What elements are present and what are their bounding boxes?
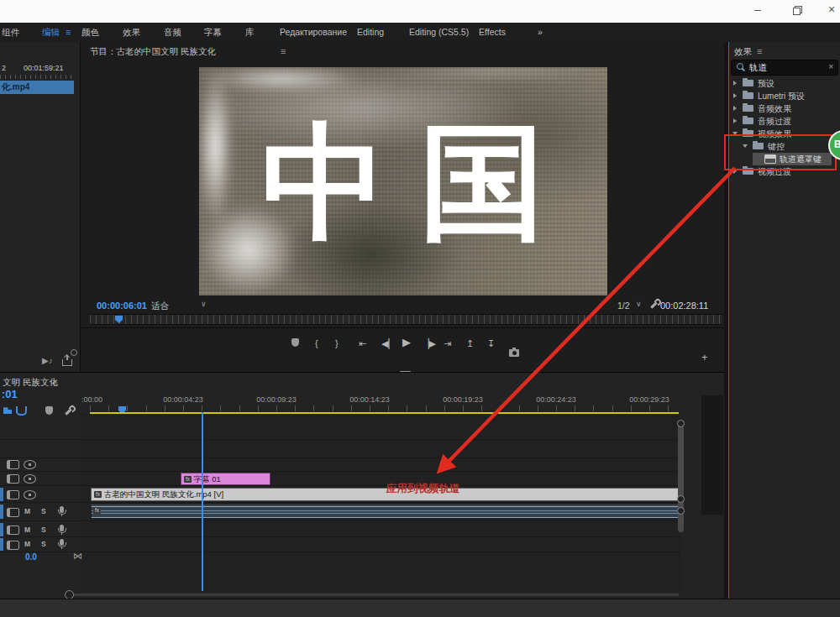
subtitle-clip[interactable]: fx 字幕 01 — [181, 473, 270, 485]
mark-out-icon[interactable]: } — [335, 337, 339, 349]
source-patch-indicator[interactable] — [0, 538, 3, 551]
restore-button-icon[interactable] — [793, 8, 801, 15]
step-back-icon[interactable]: ◀▏ — [381, 337, 396, 349]
mute-button[interactable]: M — [24, 525, 30, 534]
workspace-item-effects[interactable]: 效果 — [123, 27, 140, 39]
timeline-tab-menu-icon[interactable]: ≡ — [52, 377, 57, 387]
mute-button[interactable]: M — [24, 540, 30, 548]
mute-button[interactable]: M — [24, 507, 30, 515]
effects-panel-menu-icon[interactable]: ≡ — [757, 46, 762, 56]
workspace-menu-icon[interactable]: ≡ — [66, 27, 71, 37]
extract-icon[interactable]: ↧ — [487, 337, 495, 349]
export-icon[interactable] — [62, 359, 72, 366]
workspace-item-audio[interactable]: 音频 — [164, 27, 181, 39]
step-forward-icon[interactable]: ▕▶ — [422, 337, 436, 349]
horizontal-scrollbar[interactable] — [74, 593, 679, 596]
track-header-v1[interactable] — [0, 488, 80, 501]
solo-button[interactable]: S — [41, 525, 46, 534]
solo-button[interactable]: S — [41, 507, 46, 515]
effects-tree-row-presets[interactable]: 预设 — [729, 77, 840, 90]
workspace-item-editing-active[interactable]: 编辑 — [42, 27, 60, 39]
fit-dropdown-chevron-icon[interactable]: ∨ — [201, 300, 207, 308]
chevron-right-icon[interactable] — [733, 106, 737, 111]
scrollbar-handle-bottom[interactable] — [677, 507, 685, 515]
track-header-a2[interactable]: M S — [0, 523, 80, 536]
workspace-item-color[interactable]: 颜色 — [81, 27, 99, 39]
track-visibility-eye-icon[interactable] — [24, 460, 36, 469]
vertical-zoom-scrollbar[interactable] — [678, 423, 684, 532]
chevron-right-icon[interactable] — [733, 118, 737, 123]
monitor-scrub-bar[interactable] — [90, 314, 722, 325]
source-patch-indicator[interactable] — [0, 505, 3, 519]
scrollbar-handle-top[interactable] — [677, 420, 685, 427]
timeline-timecode-clipped[interactable]: :01 — [2, 388, 18, 400]
track-visibility-eye-icon[interactable] — [24, 490, 36, 499]
effects-tree-row-audio-effects[interactable]: 音频效果 — [729, 102, 840, 115]
search-clear-icon[interactable]: × — [828, 61, 833, 71]
audio-clip[interactable]: fx — [91, 505, 679, 519]
workspace-item-captions[interactable]: 字幕 — [204, 27, 222, 39]
video-clip-label: 古老的中国文明 民族文化.mp4 [V] — [104, 489, 224, 499]
effects-tree-row-audio-transitions[interactable]: 音频过渡 — [729, 115, 840, 128]
workspace-item-redaktirovanie[interactable]: Редактирование — [280, 27, 347, 37]
chevron-right-icon[interactable] — [733, 81, 737, 86]
timeline-add-marker-icon[interactable] — [45, 406, 53, 415]
scrollbar-handle-mid[interactable] — [677, 495, 685, 503]
play-button-icon[interactable]: ▶ — [402, 337, 411, 348]
goto-in-icon[interactable]: ⇤ — [359, 337, 366, 349]
source-patch-indicator[interactable] — [0, 488, 3, 501]
monitor-settings-wrench-icon[interactable] — [648, 299, 659, 309]
track-header-a1[interactable]: M S — [0, 505, 80, 519]
mark-in-icon[interactable]: { — [315, 337, 318, 349]
track-header-a3[interactable]: M S — [0, 538, 80, 551]
track-header-v3[interactable] — [0, 458, 80, 471]
audio-preview-icon[interactable]: ▶♪ — [42, 356, 53, 365]
workspace-item-components[interactable]: 组件 — [2, 27, 19, 39]
track-visibility-eye-icon[interactable] — [24, 474, 36, 484]
close-button-icon[interactable]: × — [828, 3, 835, 15]
button-editor-plus-icon[interactable]: + — [701, 352, 708, 363]
video-clip[interactable]: fx 古老的中国文明 民族文化.mp4 [V] — [91, 488, 679, 501]
track-header-v2[interactable] — [0, 473, 80, 485]
scroll-dot[interactable] — [71, 349, 77, 356]
workspace-item-library[interactable]: 库 — [245, 27, 255, 39]
fit-sequence-icon[interactable]: ⋈ — [73, 551, 82, 562]
timeline-right-scroll-track[interactable] — [701, 395, 723, 515]
playhead-line[interactable] — [202, 412, 203, 591]
timeline-ruler[interactable]: :00:00 00:00:04:23 00:00:09:23 00:00:14:… — [80, 394, 680, 412]
snap-icon[interactable] — [16, 406, 27, 416]
project-item-selected[interactable]: 化.mp4 — [0, 81, 74, 94]
nest-toggle-icon[interactable] — [3, 406, 12, 414]
workspace-item-editing-en[interactable]: Editing — [357, 27, 384, 37]
export-frame-camera-icon[interactable] — [509, 349, 519, 357]
ruler-tick-label: 00:00:29:23 — [616, 395, 680, 404]
effects-panel-title[interactable]: 效果 — [734, 46, 752, 58]
workspace-item-effects-en[interactable]: Effects — [479, 27, 506, 37]
add-marker-icon[interactable] — [291, 338, 299, 347]
fit-dropdown-value[interactable]: 适合 — [151, 301, 169, 312]
voiceover-mic-icon[interactable] — [60, 506, 64, 513]
resolution-dropdown-chevron-icon[interactable]: ∨ — [636, 300, 642, 308]
badge-letter: B — [834, 132, 840, 157]
timeline-tab[interactable]: 文明 民族文化 — [3, 377, 58, 389]
search-input-value[interactable]: 轨道 — [749, 62, 767, 74]
lift-icon[interactable]: ↥ — [466, 337, 474, 349]
goto-out-icon[interactable]: ⇥ — [444, 337, 451, 349]
solo-button[interactable]: S — [41, 540, 46, 548]
voiceover-mic-icon[interactable] — [60, 539, 64, 546]
effects-search-box[interactable]: 轨道 × — [731, 60, 838, 76]
effects-tree-row-lumetri-presets[interactable]: Lumetri 预设 — [729, 90, 840, 102]
program-monitor-tab[interactable]: 节目：古老的中国文明 民族文化 — [90, 46, 216, 58]
program-monitor-menu-icon[interactable]: ≡ — [281, 46, 286, 56]
video-frame: 中国 — [199, 67, 607, 295]
chevron-right-icon[interactable] — [733, 93, 737, 98]
workspace-overflow-icon[interactable]: » — [538, 27, 543, 37]
resolution-dropdown-value[interactable]: 1/2 — [617, 301, 630, 311]
current-timecode[interactable]: 00:00:06:01 — [97, 301, 147, 311]
workspace-item-editing-cs55[interactable]: Editing (CS5.5) — [409, 27, 469, 37]
minimize-button-icon[interactable]: – — [754, 3, 761, 15]
voiceover-mic-icon[interactable] — [60, 525, 64, 531]
monitor-playhead-marker[interactable] — [115, 316, 123, 323]
timeline-settings-wrench-icon[interactable] — [63, 405, 73, 416]
source-patch-indicator[interactable] — [0, 523, 3, 536]
